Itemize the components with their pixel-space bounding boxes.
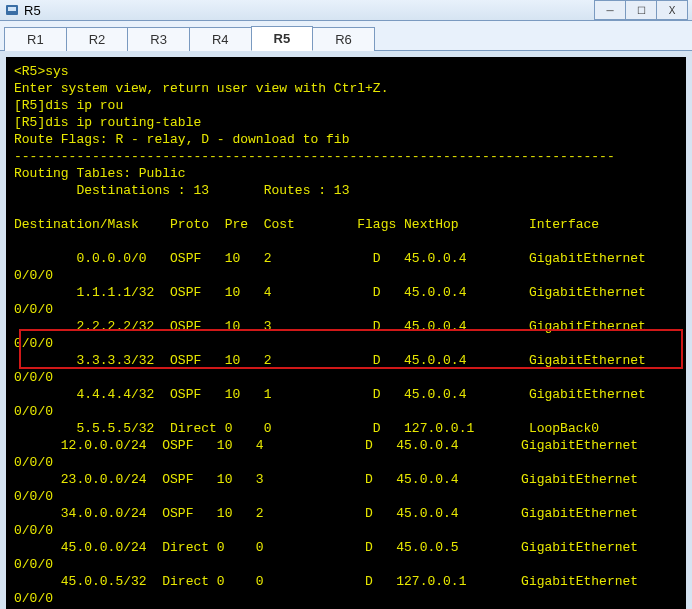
svg-rect-1: [8, 7, 16, 11]
tab-r2[interactable]: R2: [66, 27, 129, 51]
table-row: 34.0.0.0/24 OSPF 10 2 D 45.0.0.4 Gigabit…: [14, 506, 638, 521]
tab-r3[interactable]: R3: [127, 27, 190, 51]
table-row: 12.0.0.0/24 OSPF 10 4 D 45.0.0.4 Gigabit…: [14, 438, 638, 453]
table-row: 4.4.4.4/32 OSPF 10 1 D 45.0.0.4 GigabitE…: [14, 387, 646, 402]
term-dest-line: Destinations : 13 Routes : 13: [14, 183, 349, 198]
term-cmd2: [R5]dis ip routing-table: [14, 115, 201, 130]
table-row: 45.0.0.5/32 Direct 0 0 D 127.0.0.1 Gigab…: [14, 574, 638, 589]
table-row: 0/0/0: [14, 557, 53, 572]
table-row: 0/0/0: [14, 370, 53, 385]
table-row: 2.2.2.2/32 OSPF 10 3 D 45.0.0.4 GigabitE…: [14, 319, 646, 334]
tab-r5[interactable]: R5: [251, 26, 314, 51]
term-flags-legend: Route Flags: R - relay, D - download to …: [14, 132, 349, 147]
minimize-button[interactable]: ─: [594, 0, 626, 20]
table-row: 0/0/0: [14, 336, 53, 351]
window-controls: ─ ☐ X: [595, 0, 688, 20]
tabstrip: R1 R2 R3 R4 R5 R6: [0, 21, 692, 51]
maximize-icon: ☐: [637, 5, 646, 16]
maximize-button[interactable]: ☐: [625, 0, 657, 20]
table-row: 0/0/0: [14, 302, 53, 317]
table-row: 3.3.3.3/32 OSPF 10 2 D 45.0.0.4 GigabitE…: [14, 353, 646, 368]
table-row: 0/0/0: [14, 489, 53, 504]
term-enter-view: Enter system view, return user view with…: [14, 81, 388, 96]
table-row: 1.1.1.1/32 OSPF 10 4 D 45.0.0.4 GigabitE…: [14, 285, 646, 300]
terminal-container: <R5>sys Enter system view, return user v…: [0, 51, 692, 609]
term-prompt: <R5>sys: [14, 64, 69, 79]
terminal[interactable]: <R5>sys Enter system view, return user v…: [6, 57, 686, 609]
app-window: R5 ─ ☐ X R1 R2 R3 R4 R5 R6 <R5>sys Enter…: [0, 0, 692, 609]
term-tables-header: Routing Tables: Public: [14, 166, 186, 181]
table-row: 0/0/0: [14, 591, 53, 606]
window-title: R5: [24, 3, 595, 18]
table-row: 0/0/0: [14, 268, 53, 283]
table-row: 23.0.0.0/24 OSPF 10 3 D 45.0.0.4 Gigabit…: [14, 472, 638, 487]
close-button[interactable]: X: [656, 0, 688, 20]
app-icon: [4, 2, 20, 18]
titlebar: R5 ─ ☐ X: [0, 0, 692, 21]
term-col-header: Destination/Mask Proto Pre Cost Flags Ne…: [14, 217, 599, 232]
term-dashes: ----------------------------------------…: [14, 149, 615, 164]
table-row: 5.5.5.5/32 Direct 0 0 D 127.0.0.1 LoopBa…: [14, 421, 599, 436]
tab-r4[interactable]: R4: [189, 27, 252, 51]
minimize-icon: ─: [606, 5, 613, 16]
tab-r1[interactable]: R1: [4, 27, 67, 51]
tab-r6[interactable]: R6: [312, 27, 375, 51]
close-icon: X: [669, 5, 676, 16]
table-row: 0/0/0: [14, 455, 53, 470]
table-row: 45.0.0.0/24 Direct 0 0 D 45.0.0.5 Gigabi…: [14, 540, 638, 555]
table-row: 0/0/0: [14, 404, 53, 419]
table-row: 0.0.0.0/0 OSPF 10 2 D 45.0.0.4 GigabitEt…: [14, 251, 646, 266]
term-cmd1: [R5]dis ip rou: [14, 98, 123, 113]
table-row: 0/0/0: [14, 523, 53, 538]
